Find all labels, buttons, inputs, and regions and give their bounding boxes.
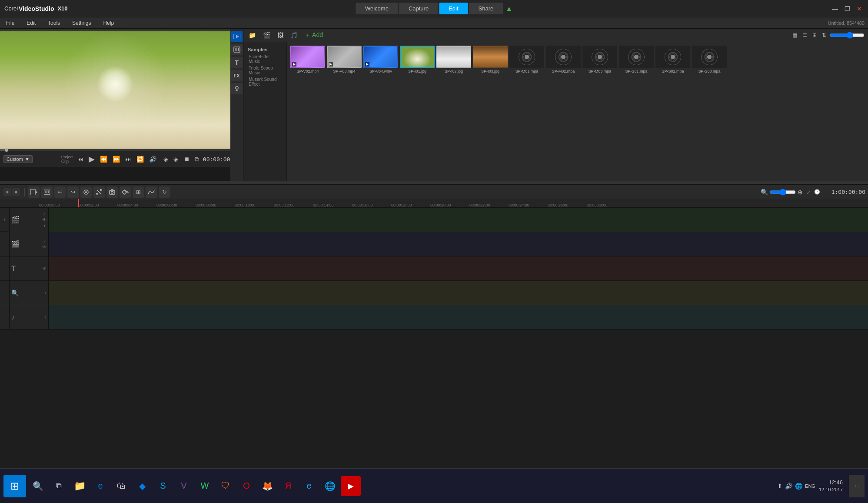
timeline-record-btn[interactable] <box>80 187 92 198</box>
title-track-body[interactable] <box>49 256 868 280</box>
menu-edit[interactable]: Edit <box>24 19 38 27</box>
music-track-body[interactable] <box>49 305 868 329</box>
timeline-tool-video[interactable] <box>28 187 40 198</box>
lib-video-icon[interactable]: 🎬 <box>261 31 272 40</box>
media-item-spm03[interactable]: SP-M03.mpa <box>582 46 617 73</box>
view-large-btn[interactable]: ▦ <box>791 31 799 39</box>
media-item-sps02[interactable]: SP-S02.mpa <box>655 46 690 73</box>
taskbar-avast[interactable]: 🛡 <box>216 476 236 496</box>
media-item-spm01[interactable]: SP-M01.mpa <box>509 46 544 73</box>
media-item-spv04[interactable]: ▶ SP-V04.wmv <box>363 46 398 73</box>
clip-btn[interactable]: ⧉ <box>193 155 200 164</box>
timeline-refresh-btn[interactable]: ↻ <box>159 187 170 198</box>
video-mute-btn[interactable]: ♪ <box>43 212 46 217</box>
scrubber-handle[interactable] <box>5 148 8 152</box>
preset-dropdown[interactable]: Custom ▼ <box>3 155 33 163</box>
lib-sub-scorefitter[interactable]: ScoreFitter Music <box>245 53 285 65</box>
taskbar-dropbox[interactable]: ◆ <box>132 476 152 496</box>
taskbar-ie[interactable]: e <box>299 476 319 496</box>
step-forward-button[interactable]: ⏩ <box>111 155 121 163</box>
timeline-fx-btn[interactable] <box>120 187 131 198</box>
taskbar-chrome[interactable]: 🌐 <box>320 476 340 496</box>
zoom-out-btn[interactable]: 🔍 <box>761 189 768 196</box>
timeline-mix-btn[interactable] <box>146 187 157 198</box>
overlay-eye-btn[interactable]: 👁 <box>42 245 47 250</box>
menu-file[interactable]: File <box>3 19 17 27</box>
media-item-spi02[interactable]: SP-I02.jpg <box>436 46 471 73</box>
in-marker-btn[interactable]: ◈ <box>162 155 170 163</box>
timeline-drag-handle[interactable] <box>0 181 868 184</box>
timeline-snapshot-btn[interactable] <box>106 187 118 198</box>
taskbar-opera[interactable]: O <box>236 476 256 496</box>
text-btn[interactable]: T <box>231 57 243 68</box>
audio-btn[interactable] <box>231 83 243 94</box>
video-track-body[interactable] <box>49 208 868 232</box>
overlay-mute-btn[interactable]: ♪ <box>43 239 46 244</box>
music-mute-btn[interactable]: ♪ <box>44 315 47 320</box>
timeline-undo-btn[interactable]: ↩ <box>54 187 66 198</box>
video-chevron-btn[interactable]: ▾ <box>43 223 46 228</box>
media-item-spv03[interactable]: ▶ SP-V03.mp4 <box>327 46 362 73</box>
fast-forward-button[interactable]: ⏭ <box>124 155 133 163</box>
voice-mute-btn[interactable]: ♪ <box>44 290 47 295</box>
taskbar-videostudio[interactable]: ▶ <box>341 476 361 496</box>
timeline-ruler[interactable]: 00:00:00:00 00:00:02:00 00:00:04:00 00:0… <box>0 199 868 208</box>
lib-sub-triplescoop[interactable]: Triple Scoop Music <box>245 65 285 76</box>
timeline-multitrack-btn[interactable]: ⊞ <box>133 187 144 198</box>
close-button[interactable]: ✕ <box>855 5 864 12</box>
timeline-tool-audio[interactable] <box>41 187 53 198</box>
view-list-btn[interactable]: ☰ <box>801 31 809 39</box>
video-eye-btn[interactable]: 👁 <box>42 217 47 222</box>
out-marker-btn[interactable]: ◈ <box>172 155 180 163</box>
menu-tools[interactable]: Tools <box>45 19 63 27</box>
taskbar-firefox[interactable]: 🦊 <box>257 476 277 496</box>
tab-welcome[interactable]: Welcome <box>356 3 398 14</box>
taskbar-skype[interactable]: S <box>153 476 173 496</box>
lib-add-button[interactable]: ＋ Add <box>303 30 325 40</box>
lib-image-icon[interactable]: 🖼 <box>276 31 285 40</box>
tab-share[interactable]: Share <box>469 3 503 14</box>
track-num-1[interactable]: ■ <box>3 188 11 196</box>
media-item-sps01[interactable]: SP-S01.mpa <box>619 46 654 73</box>
taskbar-yandex[interactable]: Я <box>278 476 298 496</box>
view-sort-btn[interactable]: ⇅ <box>820 31 828 39</box>
fx-btn[interactable]: FX <box>231 70 243 81</box>
instant-btn[interactable] <box>231 44 243 55</box>
stop-button[interactable]: ⏹ <box>182 155 191 163</box>
tray-network-icon[interactable]: 🌐 <box>795 483 802 490</box>
maximize-button[interactable]: ❐ <box>843 5 851 12</box>
taskbar-taskview[interactable]: ⧉ <box>49 476 69 496</box>
clock[interactable]: 12:46 12.10.2017 <box>819 479 843 493</box>
taskbar-whatsapp[interactable]: W <box>195 476 215 496</box>
rewind-button[interactable]: ⏮ <box>76 155 85 163</box>
lib-cat-samples[interactable]: Samples <box>245 46 285 53</box>
track-num-2[interactable]: ■ <box>12 188 20 196</box>
minimize-button[interactable]: — <box>831 5 839 12</box>
tab-edit[interactable]: Edit <box>439 3 468 14</box>
taskbar-store[interactable]: 🛍 <box>111 476 131 496</box>
overlay-track-body[interactable] <box>49 232 868 256</box>
thumb-size-slider[interactable] <box>830 32 865 39</box>
title-eye-btn[interactable]: 👁 <box>42 266 47 271</box>
media-item-spv02[interactable]: ▶ SP-V02.mp4 <box>290 46 325 73</box>
zoom-restore-btn[interactable]: ⤢ <box>806 189 811 195</box>
volume-button[interactable]: 🔊 <box>148 155 158 163</box>
media-item-spi03[interactable]: SP-I03.jpg <box>473 46 508 73</box>
play-button[interactable]: ▶ <box>87 153 96 165</box>
menu-settings[interactable]: Settings <box>70 19 93 27</box>
tab-capture[interactable]: Capture <box>399 3 438 14</box>
playhead[interactable] <box>78 199 79 207</box>
lib-folder-icon[interactable]: 📁 <box>247 31 258 40</box>
media-btn[interactable] <box>231 31 243 42</box>
taskbar-explorer[interactable]: 📁 <box>70 476 90 496</box>
zoom-in-btn[interactable]: ⊕ <box>798 189 803 196</box>
taskbar-search[interactable]: 🔍 <box>28 476 48 496</box>
timeline-redo-btn[interactable]: ↪ <box>67 187 79 198</box>
step-back-button[interactable]: ⏪ <box>99 155 109 163</box>
add-video-track-btn[interactable]: + <box>0 208 9 232</box>
add-overlay-track-btn[interactable] <box>0 232 9 256</box>
lib-audio-icon[interactable]: 🎵 <box>289 31 299 40</box>
voice-track-body[interactable] <box>49 281 868 305</box>
menu-help[interactable]: Help <box>100 19 116 27</box>
zoom-slider[interactable] <box>770 189 796 196</box>
